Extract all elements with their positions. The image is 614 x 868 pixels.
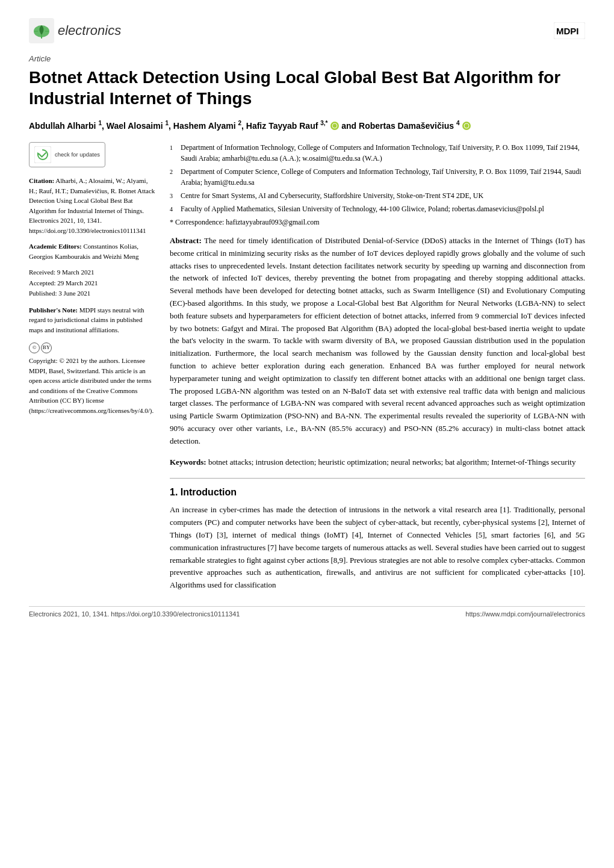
page-footer: Electronics 2021, 10, 1341. https://doi.… xyxy=(29,606,585,618)
orcid-rauf[interactable] xyxy=(330,122,339,130)
article-type: Article xyxy=(29,54,585,63)
intro-section-title: 1. Introduction xyxy=(170,487,585,498)
header: electronics MDPI xyxy=(29,18,585,43)
check-for-updates-badge[interactable]: check for updates xyxy=(29,142,105,167)
citation-box: Citation: Alharbi, A.; Alosaimi, W.; Aly… xyxy=(29,176,155,235)
cc-c-icon: © xyxy=(29,343,40,353)
intro-text-content: An increase in cyber-crimes has made the… xyxy=(170,505,585,589)
article-title: Botnet Attack Detection Using Local Glob… xyxy=(29,67,585,109)
copyright-section: © BY Copyright: © 2021 by the authors. L… xyxy=(29,342,155,415)
footer-left: Electronics 2021, 10, 1341. https://doi.… xyxy=(29,610,240,618)
dates-box: Received: 9 March 2021 Accepted: 29 Marc… xyxy=(29,267,155,299)
affiliation-1: 1 Department of Information Technology, … xyxy=(170,142,585,164)
published-date: Published: 3 June 2021 xyxy=(29,288,155,299)
affiliation-4: 4 Faculty of Applied Mathematics, Silesi… xyxy=(170,203,585,214)
right-column: 1 Department of Information Technology, … xyxy=(170,142,585,592)
keywords-text: botnet attacks; intrusion detection; heu… xyxy=(208,457,575,467)
authors-line: Abdullah Alharbi 1, Wael Alosaimi 1, Has… xyxy=(29,119,585,132)
aff-text-3: Centre for Smart Systems, AI and Cyberse… xyxy=(181,190,483,201)
aff-num-3: 3 xyxy=(170,191,178,201)
received-date: Received: 9 March 2021 xyxy=(29,267,155,278)
aff-text-1: Department of Information Technology, Co… xyxy=(181,142,585,164)
journal-logo[interactable]: electronics xyxy=(29,18,121,43)
electronics-logo-icon xyxy=(29,18,54,43)
aff-num-2: 2 xyxy=(170,167,178,188)
accepted-date: Accepted: 29 March 2021 xyxy=(29,278,155,289)
footer-right: https://www.mdpi.com/journal/electronics xyxy=(465,610,585,618)
affiliations-list: 1 Department of Information Technology, … xyxy=(170,142,585,228)
copyright-text: Copyright: © 2021 by the authors. Licens… xyxy=(29,356,155,415)
academic-editors-label: Academic Editors: xyxy=(29,243,82,250)
academic-editors-box: Academic Editors: Constantinos Kolias, G… xyxy=(29,241,155,261)
cc-icons: © BY xyxy=(29,343,52,353)
affiliation-2: 2 Department of Computer Science, Colleg… xyxy=(170,166,585,188)
affiliations-ol: 1 Department of Information Technology, … xyxy=(170,142,585,214)
publisher-note-label: Publisher's Note: xyxy=(29,306,78,314)
affiliation-3: 3 Centre for Smart Systems, AI and Cyber… xyxy=(170,190,585,201)
keywords-block: Keywords: botnet attacks; intrusion dete… xyxy=(170,456,585,469)
keywords-label: Keywords: xyxy=(170,457,206,467)
aff-num-1: 1 xyxy=(170,143,178,164)
aff-text-2: Department of Computer Science, College … xyxy=(181,166,585,188)
correspondence-line: * Correspondence: hafiztayyabrauf093@gma… xyxy=(170,217,585,228)
check-updates-label: check for updates xyxy=(55,151,100,158)
svg-text:MDPI: MDPI xyxy=(556,26,579,36)
cc-by-icon: BY xyxy=(41,343,52,353)
intro-paragraph: An increase in cyber-crimes has made the… xyxy=(170,504,585,592)
page: electronics MDPI Article Botnet Attack D… xyxy=(0,0,614,868)
abstract-label: Abstract: xyxy=(170,236,202,245)
left-column: check for updates Citation: Alharbi, A.;… xyxy=(29,142,155,592)
abstract-block: Abstract: The need for timely identifica… xyxy=(170,235,585,448)
citation-text: Alharbi, A.; Alosaimi, W.; Alyami, H.; R… xyxy=(29,177,155,234)
aff-text-4: Faculty of Applied Mathematics, Silesian… xyxy=(181,203,544,214)
aff-num-4: 4 xyxy=(170,205,178,214)
author-damasevičius: and Robertas Damaševičius 4 xyxy=(341,121,459,131)
svg-rect-7 xyxy=(34,146,51,163)
publisher-note: Publisher's Note: MDPI stays neutral wit… xyxy=(29,305,155,335)
two-column-layout: check for updates Citation: Alharbi, A.;… xyxy=(29,142,585,592)
mdpi-logo-icon: MDPI xyxy=(554,22,585,39)
section-divider xyxy=(170,478,585,479)
citation-label: Citation: xyxy=(29,177,54,184)
check-updates-icon xyxy=(34,146,51,163)
journal-name-text: electronics xyxy=(58,23,121,39)
abstract-text: The need for timely identification of Di… xyxy=(170,236,585,445)
author-alharbi: Abdullah Alharbi 1, Wael Alosaimi 1, Has… xyxy=(29,121,327,131)
orcid-damasevičius[interactable] xyxy=(462,122,471,130)
